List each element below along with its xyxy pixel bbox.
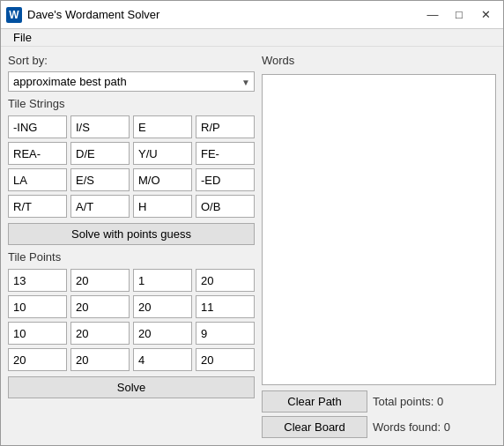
tile-point-8[interactable] bbox=[8, 322, 67, 345]
sort-label: Sort by: bbox=[8, 54, 255, 67]
title-bar: W Dave's Wordament Solver — □ ✕ bbox=[1, 1, 503, 29]
clear-board-button[interactable]: Clear Board bbox=[262, 416, 367, 438]
tile-string-7[interactable] bbox=[196, 142, 255, 165]
tile-point-0[interactable] bbox=[8, 269, 67, 292]
solve-button[interactable]: Solve bbox=[8, 376, 255, 398]
tile-point-10[interactable] bbox=[133, 322, 192, 345]
right-panel: Words Clear Path Total points: 0 Clear B… bbox=[262, 54, 496, 438]
tile-points-section: Tile Points bbox=[8, 250, 255, 371]
file-menu[interactable]: File bbox=[8, 29, 37, 46]
maximize-button[interactable]: □ bbox=[447, 5, 471, 25]
tile-point-9[interactable] bbox=[70, 322, 130, 345]
tile-point-12[interactable] bbox=[8, 348, 67, 371]
tile-string-9[interactable] bbox=[70, 168, 130, 191]
tile-strings-label: Tile Strings bbox=[8, 97, 255, 110]
tile-strings-section: Tile Strings bbox=[8, 97, 255, 218]
tile-string-4[interactable] bbox=[8, 142, 67, 165]
sort-select-wrapper[interactable]: approximate best path alphabetical by le… bbox=[8, 71, 255, 92]
tile-points-label: Tile Points bbox=[8, 250, 255, 264]
sort-section: Sort by: approximate best path alphabeti… bbox=[8, 54, 255, 92]
tile-point-5[interactable] bbox=[70, 295, 130, 318]
minimize-button[interactable]: — bbox=[420, 5, 445, 25]
tile-string-0[interactable] bbox=[8, 115, 67, 138]
clear-path-button[interactable]: Clear Path bbox=[262, 390, 367, 413]
main-window: W Dave's Wordament Solver — □ ✕ File Sor… bbox=[0, 0, 504, 446]
tile-point-6[interactable] bbox=[133, 295, 192, 318]
tile-string-5[interactable] bbox=[70, 142, 130, 165]
tile-point-15[interactable] bbox=[196, 348, 255, 371]
words-found-label: Words found: 0 bbox=[373, 420, 450, 434]
left-panel: Sort by: approximate best path alphabeti… bbox=[8, 54, 255, 438]
tile-string-11[interactable] bbox=[196, 168, 255, 191]
menu-bar: File bbox=[1, 29, 503, 47]
clear-board-row: Clear Board Words found: 0 bbox=[262, 416, 496, 438]
tile-string-8[interactable] bbox=[8, 168, 67, 191]
tile-string-6[interactable] bbox=[133, 142, 192, 165]
tile-point-13[interactable] bbox=[70, 348, 130, 371]
close-button[interactable]: ✕ bbox=[473, 5, 498, 25]
tile-string-12[interactable] bbox=[8, 195, 67, 218]
tile-strings-grid bbox=[8, 115, 255, 218]
tile-string-10[interactable] bbox=[133, 168, 192, 191]
window-controls: — □ ✕ bbox=[420, 5, 498, 25]
tile-string-3[interactable] bbox=[196, 115, 255, 138]
tile-point-3[interactable] bbox=[196, 269, 255, 292]
right-bottom: Clear Path Total points: 0 Clear Board W… bbox=[262, 390, 496, 438]
tile-point-11[interactable] bbox=[196, 322, 255, 345]
app-icon: W bbox=[6, 7, 22, 23]
tile-points-grid bbox=[8, 269, 255, 371]
words-box[interactable] bbox=[262, 74, 496, 385]
tile-point-1[interactable] bbox=[70, 269, 130, 292]
content-area: Sort by: approximate best path alphabeti… bbox=[1, 47, 503, 445]
clear-path-row: Clear Path Total points: 0 bbox=[262, 390, 496, 413]
tile-string-2[interactable] bbox=[133, 115, 192, 138]
tile-point-14[interactable] bbox=[133, 348, 192, 371]
tile-string-14[interactable] bbox=[133, 195, 192, 218]
words-label: Words bbox=[262, 54, 496, 67]
total-points-label: Total points: 0 bbox=[373, 395, 443, 408]
tile-string-15[interactable] bbox=[196, 195, 255, 218]
tile-point-2[interactable] bbox=[133, 269, 192, 292]
tile-string-1[interactable] bbox=[70, 115, 130, 138]
tile-point-4[interactable] bbox=[8, 295, 67, 318]
window-title: Dave's Wordament Solver bbox=[27, 8, 420, 21]
tile-point-7[interactable] bbox=[196, 295, 255, 318]
solve-points-button[interactable]: Solve with points guess bbox=[8, 223, 255, 245]
sort-select[interactable]: approximate best path alphabetical by le… bbox=[8, 71, 255, 92]
tile-string-13[interactable] bbox=[70, 195, 130, 218]
